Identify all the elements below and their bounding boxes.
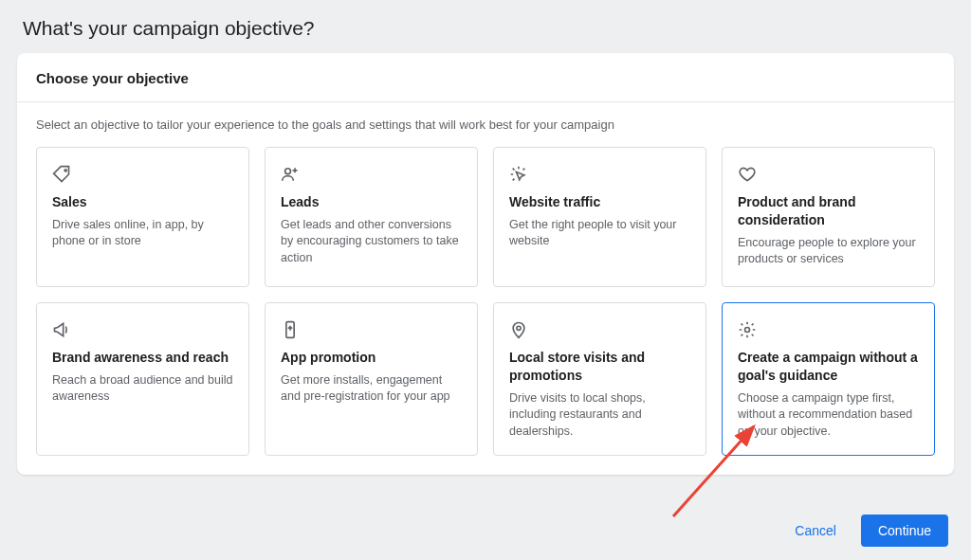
svg-point-0 bbox=[64, 170, 66, 172]
objective-no-goal[interactable]: Create a campaign without a goal's guida… bbox=[722, 302, 935, 456]
continue-button[interactable]: Continue bbox=[861, 515, 948, 547]
svg-point-1 bbox=[285, 169, 291, 174]
objective-website-traffic[interactable]: Website traffic Get the right people to … bbox=[493, 147, 706, 287]
phone-icon bbox=[281, 320, 300, 339]
gear-icon bbox=[738, 320, 757, 339]
objective-title: Create a campaign without a goal's guida… bbox=[738, 349, 919, 385]
objective-desc: Get the right people to visit your websi… bbox=[509, 217, 690, 250]
objective-title: Brand awareness and reach bbox=[52, 349, 233, 367]
objective-card: Choose your objective Select an objectiv… bbox=[17, 53, 954, 475]
tag-icon bbox=[52, 165, 71, 184]
objective-desc: Drive sales online, in app, by phone or … bbox=[52, 217, 233, 250]
objective-desc: Reach a broad audience and build awarene… bbox=[52, 372, 233, 406]
svg-point-4 bbox=[745, 328, 750, 333]
card-subtext: Select an objective to tailor your exper… bbox=[17, 102, 954, 141]
page-title: What's your campaign objective? bbox=[0, 0, 971, 53]
objective-title: App promotion bbox=[281, 349, 462, 367]
objective-sales[interactable]: Sales Drive sales online, in app, by pho… bbox=[36, 147, 249, 287]
objective-title: Sales bbox=[52, 193, 233, 211]
cancel-button[interactable]: Cancel bbox=[783, 515, 848, 547]
heart-icon bbox=[738, 165, 757, 184]
objective-desc: Choose a campaign type first, without a … bbox=[738, 390, 919, 441]
objective-title: Product and brand consideration bbox=[738, 193, 919, 229]
objective-local-store[interactable]: Local store visits and promotions Drive … bbox=[493, 302, 706, 456]
footer-actions: Cancel Continue bbox=[783, 515, 948, 547]
objective-brand-awareness[interactable]: Brand awareness and reach Reach a broad … bbox=[36, 302, 249, 456]
objective-title: Local store visits and promotions bbox=[509, 349, 690, 385]
objective-title: Website traffic bbox=[509, 193, 690, 211]
objective-leads[interactable]: Leads Get leads and other conversions by… bbox=[265, 147, 478, 287]
objective-app-promotion[interactable]: App promotion Get more installs, engagem… bbox=[265, 302, 478, 456]
pin-icon bbox=[509, 320, 528, 339]
objective-desc: Get leads and other conversions by encou… bbox=[281, 217, 462, 267]
objective-product-brand[interactable]: Product and brand consideration Encourag… bbox=[722, 147, 935, 287]
svg-point-3 bbox=[517, 326, 521, 330]
megaphone-icon bbox=[52, 320, 71, 339]
objective-desc: Get more installs, engagement and pre-re… bbox=[281, 372, 462, 406]
click-icon bbox=[509, 165, 528, 184]
card-header: Choose your objective bbox=[17, 53, 954, 102]
objective-desc: Drive visits to local shops, including r… bbox=[509, 390, 690, 441]
objective-title: Leads bbox=[281, 193, 462, 211]
leads-icon bbox=[281, 165, 300, 184]
objective-desc: Encourage people to explore your product… bbox=[738, 235, 919, 268]
objectives-grid: Sales Drive sales online, in app, by pho… bbox=[17, 141, 954, 475]
